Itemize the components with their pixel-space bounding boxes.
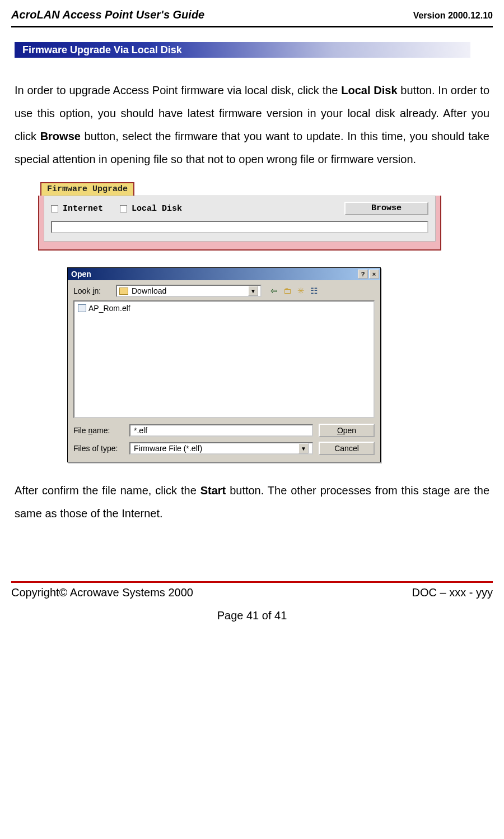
help-button[interactable]: ? bbox=[358, 270, 368, 279]
p1-text3: button, select the firmware that you wan… bbox=[15, 130, 489, 165]
p2-text: After confirm the file name, click the bbox=[15, 484, 200, 497]
firmware-upgrade-tab[interactable]: Firmware Upgrade bbox=[40, 182, 134, 196]
up-folder-icon[interactable]: 🗀 bbox=[283, 286, 292, 296]
p2-bold-start: Start bbox=[200, 484, 226, 497]
view-menu-icon[interactable]: ☷ bbox=[310, 286, 318, 296]
file-name-value: *.elf bbox=[134, 426, 147, 435]
close-button[interactable]: × bbox=[369, 270, 379, 279]
doc-title: AcroLAN Access Point User's Guide bbox=[11, 8, 204, 21]
checkbox-icon bbox=[120, 205, 127, 212]
internet-label: Internet bbox=[63, 204, 103, 214]
p1-bold-localdisk: Local Disk bbox=[341, 84, 397, 96]
look-in-label: Look in: bbox=[73, 286, 113, 295]
folder-icon bbox=[119, 288, 128, 295]
files-of-type-value: Firmware File (*.elf) bbox=[134, 444, 202, 453]
checkbox-icon bbox=[51, 205, 58, 212]
paragraph-2: After confirm the file name, click the S… bbox=[15, 479, 489, 525]
localdisk-option[interactable]: Local Disk bbox=[120, 204, 182, 214]
dialog-titlebar: Open ? × bbox=[68, 268, 380, 280]
file-item[interactable]: AP_Rom.elf bbox=[78, 304, 370, 313]
internet-option[interactable]: Internet bbox=[51, 204, 103, 214]
header-rule bbox=[11, 26, 493, 27]
file-icon bbox=[78, 304, 86, 312]
open-button[interactable]: Open bbox=[319, 424, 375, 437]
nav-icons: ⇦ 🗀 ✳ ☷ bbox=[270, 286, 318, 296]
doc-version: Version 2000.12.10 bbox=[413, 11, 493, 21]
open-dialog-screenshot: Open ? × Look in: Download ▼ ⇦ bbox=[67, 267, 493, 462]
look-in-text: Look in: bbox=[73, 286, 101, 295]
files-of-type-combo[interactable]: Firmware File (*.elf) ▼ bbox=[129, 442, 313, 455]
dropdown-icon[interactable]: ▼ bbox=[298, 443, 309, 453]
copyright: Copyright© Acrowave Systems 2000 bbox=[11, 586, 193, 599]
file-item-name: AP_Rom.elf bbox=[88, 304, 130, 313]
p1-bold-browse: Browse bbox=[40, 130, 81, 142]
dropdown-icon[interactable]: ▼ bbox=[248, 286, 258, 296]
look-in-folder: Download bbox=[132, 286, 166, 295]
page-footer: Copyright© Acrowave Systems 2000 DOC – x… bbox=[11, 586, 493, 599]
file-name-label: File name: bbox=[73, 426, 124, 435]
p1-text: In order to upgrade Access Point firmwar… bbox=[15, 84, 341, 96]
back-icon[interactable]: ⇦ bbox=[270, 286, 278, 296]
firmware-panel-screenshot: Firmware Upgrade Internet Local Disk Bro… bbox=[38, 182, 493, 251]
look-in-combo[interactable]: Download ▼ bbox=[116, 285, 262, 297]
dialog-title: Open bbox=[71, 270, 91, 279]
files-of-type-label: Files of type: bbox=[73, 444, 124, 453]
footer-rule bbox=[11, 581, 493, 583]
localdisk-label: Local Disk bbox=[132, 204, 182, 214]
file-list-area[interactable]: AP_Rom.elf bbox=[73, 300, 375, 418]
cancel-button[interactable]: Cancel bbox=[319, 442, 375, 455]
file-name-input[interactable]: *.elf bbox=[129, 424, 313, 437]
page-number: Page 41 of 41 bbox=[11, 609, 493, 622]
paragraph-1: In order to upgrade Access Point firmwar… bbox=[15, 79, 489, 171]
new-folder-icon[interactable]: ✳ bbox=[297, 286, 305, 296]
browse-button[interactable]: Browse bbox=[344, 202, 428, 215]
doc-number: DOC – xxx - yyy bbox=[412, 586, 493, 599]
firmware-path-input[interactable] bbox=[51, 221, 428, 233]
page-header: AcroLAN Access Point User's Guide Versio… bbox=[11, 8, 493, 26]
section-heading: Firmware Upgrade Via Local Disk bbox=[15, 42, 470, 58]
